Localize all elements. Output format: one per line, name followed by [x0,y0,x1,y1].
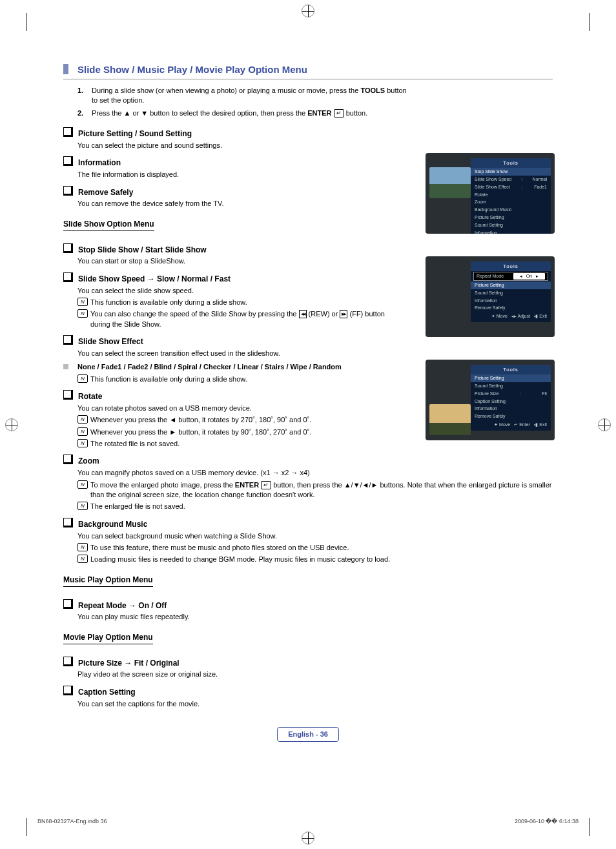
bullet-icon [63,243,73,253]
bullet-icon [63,335,73,345]
note-icon: N [77,298,88,306]
bullet-icon [63,455,73,464]
heading-bar-icon [63,64,68,74]
bullet-icon [63,657,73,666]
note: NYou can also change the speed of the Sl… [77,309,399,329]
crop-tick [590,818,590,836]
note-icon: N [77,502,88,510]
menu-item: Picture Setting [471,214,551,221]
crop-tick [26,13,26,31]
note: NTo use this feature, there must be musi… [77,543,554,553]
note-icon: N [77,415,88,424]
print-filename: BN68-02327A-Eng.indb 36 [37,817,107,826]
effect-options: None / Fade1 / Fade2 / Blind / Spiral / … [63,362,399,372]
note: NThis function is available only during … [77,298,399,307]
heading-bgm: Background Music [63,518,554,530]
bullet-icon [63,272,73,282]
thumbnail-photo [429,167,471,198]
note: NThe enlarged file is not saved. [77,502,554,511]
subheading-movie-menu: Movie Play Option Menu [63,632,153,644]
menu-item: Slide Show Speed:Normal [471,176,551,183]
panel-title: Tools [471,365,551,374]
step-2: 2.Press the ▲ or ▼ button to select the … [77,108,413,118]
menu-item-selected: Repeat Mode◂On▸ [473,272,548,281]
menu-item: Remove Safely [471,413,551,420]
body-text: You can select the picture and sound set… [77,141,399,150]
menu-item: Caption Setting [471,398,551,405]
body-text: Play video at the screen size or origina… [77,670,554,679]
forward-icon: ▸▸ [340,310,347,318]
heading-information: Information [63,156,399,169]
print-timestamp: 2009-06-10 �� 6:14:38 [515,817,579,826]
note-icon: N [77,543,88,551]
body-text: You can select background music when wat… [77,531,554,541]
note: NThis function is available only during … [77,374,399,384]
menu-item: Slide Show Effect:Fade1 [471,183,551,191]
bullet-icon [63,127,73,137]
body-text: You can set the captions for the movie. [77,699,554,709]
menu-item: Zoom [471,198,551,206]
note: NTo move the enlarged photo image, press… [77,480,554,500]
body-text: You can select the screen transition eff… [77,349,399,358]
menu-item: Sound Setting [471,221,551,229]
note: NLoading music files is needed to change… [77,555,554,564]
enter-icon: ↵ [261,481,271,489]
menu-item: Sound Setting [471,289,551,297]
menu-item: Sound Setting [471,382,551,390]
heading-picture-size: Picture Size → Fit / Original [63,657,554,669]
menu-item: Background Music [471,206,551,214]
screenshot-tools-movie: Tools Picture Setting Sound Setting Pict… [426,360,555,440]
heading-repeat-mode: Repeat Mode → On / Off [63,599,554,611]
body-text: You can magnify photos saved on a USB me… [77,468,554,478]
menu-item: Rotate [471,191,551,199]
crop-mark-left [5,418,18,431]
note: NThe rotated file is not saved. [77,439,399,449]
body-text: The file information is displayed. [77,170,399,179]
heading-remove-safely: Remove Safely [63,186,399,198]
bullet-icon [63,599,73,609]
heading-slide-speed: Slide Show Speed → Slow / Normal / Fast [63,272,399,285]
crop-tick [26,818,26,836]
note-icon: N [77,427,88,436]
rewind-icon: ◂◂ [299,310,307,318]
note-icon: N [77,480,88,489]
menu-item: Remove Safely [471,304,551,312]
step-1: 1.During a slide show (or when viewing a… [77,86,413,106]
panel-title: Tools [471,158,551,168]
menu-item: Picture Size:Fit [471,390,551,398]
screenshot-tools-music: Tools Repeat Mode◂On▸ Picture Setting So… [426,256,555,337]
body-text: You can start or stop a SlideShow. [77,256,399,266]
note-icon: N [77,555,88,563]
body-text: You can play music files repeatedly. [77,612,554,622]
bullet-icon [63,156,73,166]
heading-picture-sound: Picture Setting / Sound Setting [63,127,399,139]
note: NWhenever you press the ► button, it rot… [77,427,399,437]
note-icon: N [77,439,88,447]
panel-footer: ✦ Move↵ Enter•▮ Exit [471,420,551,428]
crop-tick [590,13,590,31]
thumbnail-photo [429,404,471,435]
note: NWhenever you press the ◄ button, it rot… [77,415,399,425]
heading-caption: Caption Setting [63,686,554,698]
menu-item: Picture Setting [471,374,551,382]
bullet-icon [63,186,73,196]
panel-title: Tools [471,261,551,271]
bullet-icon [63,518,73,527]
body-text: You can remove the device safely from th… [77,199,399,209]
menu-item: Information [471,405,551,413]
menu-item: Stop Slide Show [471,168,551,176]
bullet-icon [63,686,73,695]
menu-item: Picture Setting [471,281,551,289]
subheading-slideshow-menu: Slide Show Option Menu [63,219,154,231]
heading-stop-start: Stop Slide Show / Start Slide Show [63,243,399,256]
crop-mark-top [302,5,314,17]
subheading-music-menu: Music Play Option Menu [63,575,153,587]
screenshot-tools-slideshow: Tools Stop Slide Show Slide Show Speed:N… [426,153,555,234]
enter-icon: ↵ [334,109,344,118]
heading-slide-effect: Slide Show Effect [63,335,399,347]
page-number: English - 36 [277,727,339,742]
note-icon: N [77,374,88,383]
heading-rotate: Rotate [63,390,399,402]
menu-item: Information [471,229,551,234]
body-text: You can select the slide show speed. [77,286,399,296]
